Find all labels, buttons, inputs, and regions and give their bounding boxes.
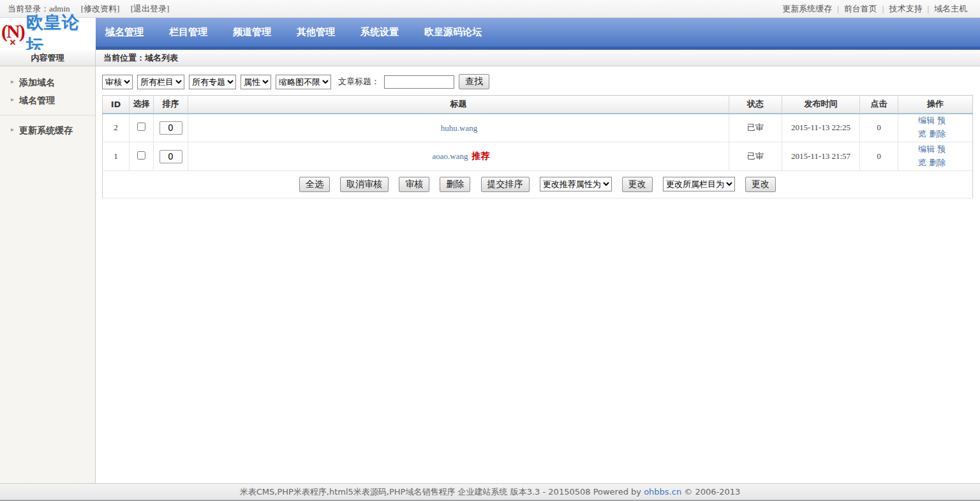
delete-link[interactable]: 删除 [929, 158, 946, 167]
sidebar-item-label: 更新系统缓存 [19, 125, 73, 135]
col-header-select: 选择 [130, 96, 154, 114]
refresh-cache-link[interactable]: 更新系统缓存 [782, 4, 832, 13]
recommend-badge: 推荐 [471, 151, 489, 161]
attribute-filter-select[interactable]: 属性 [241, 75, 271, 89]
audit-button[interactable]: 审核 [399, 177, 429, 192]
title-search-input[interactable] [384, 75, 454, 89]
cancel-audit-button[interactable]: 取消审核 [340, 177, 389, 192]
select-all-button[interactable]: 全选 [299, 177, 330, 192]
arrow-bullet-icon: ▸ [11, 78, 14, 85]
col-header-title: 标题 [188, 96, 729, 114]
sort-input[interactable] [160, 150, 182, 163]
sidebar-item-label: 添加域名 [19, 77, 55, 87]
nav-system-settings[interactable]: 系统设置 [360, 26, 399, 38]
sidebar-header: 内容管理 [0, 50, 95, 66]
middle: 内容管理 ▸ 添加域名 ▸ 域名管理 ▸ 更新系统缓存 当前位置：域名列表 审核… [0, 50, 980, 483]
sidebar-item-domain-manage[interactable]: ▸ 域名管理 [0, 92, 95, 110]
audit-filter-select[interactable]: 审核 [102, 75, 133, 89]
breadcrumb: 当前位置：域名列表 [96, 50, 980, 66]
sort-input[interactable] [160, 121, 182, 135]
sidebar-item-label: 域名管理 [19, 95, 55, 105]
nav-forum-link[interactable]: 欧皇源码论坛 [424, 26, 482, 38]
col-header-time: 发布时间 [782, 96, 860, 114]
change-category-select[interactable]: 更改所属栏目为 [663, 177, 735, 191]
row-publish-time: 2015-11-13 21:57 [782, 142, 860, 171]
domain-title-link[interactable]: huhu.wang [441, 123, 477, 133]
col-header-id: ID [103, 96, 130, 114]
table-row: 1 aoao.wang推荐 已审 2015-11-13 21:57 0 编辑 预… [103, 142, 973, 171]
row-checkbox[interactable] [137, 123, 145, 131]
delete-button[interactable]: 删除 [440, 177, 470, 192]
main-nav: 域名管理 栏目管理 频道管理 其他管理 系统设置 欧皇源码论坛 [96, 18, 980, 50]
domain-list-table: ID 选择 排序 标题 状态 发布时间 点击 操作 2 huhu.wang [102, 95, 973, 198]
separator: | [927, 4, 929, 13]
footer-link[interactable]: ohbbs.cn [644, 487, 681, 497]
topic-filter-select[interactable]: 所有专题 [189, 75, 236, 89]
edit-link[interactable]: 编辑 [918, 144, 935, 154]
submit-sort-button[interactable]: 提交排序 [481, 177, 530, 192]
tech-support-link[interactable]: 技术支持 [889, 4, 922, 13]
row-id: 2 [103, 114, 130, 142]
row-clicks: 0 [860, 142, 898, 171]
domain-title-link[interactable]: aoao.wang [433, 151, 468, 161]
row-actions: 编辑 预览 删除 [918, 114, 953, 141]
arrow-bullet-icon: ▸ [11, 126, 14, 133]
frontend-home-link[interactable]: 前台首页 [844, 4, 877, 13]
row-checkbox[interactable] [137, 151, 145, 160]
col-header-actions: 操作 [898, 96, 973, 114]
col-header-status: 状态 [729, 96, 782, 114]
sidebar-item-add-domain[interactable]: ▸ 添加域名 [0, 74, 95, 92]
col-header-clicks: 点击 [860, 96, 898, 114]
page-footer: 米表CMS,PHP米表程序,html5米表源码,PHP域名销售程序 企业建站系统… [0, 483, 980, 501]
column-filter-select[interactable]: 所有栏目 [137, 75, 184, 89]
topbar: 当前登录：admin [修改资料] [退出登录] 更新系统缓存|前台首页|技术支… [0, 0, 980, 18]
change-attribute-select[interactable]: 更改推荐属性为 [540, 177, 612, 191]
table-header-row: ID 选择 排序 标题 状态 发布时间 点击 操作 [103, 96, 973, 114]
footer-text: 米表CMS,PHP米表程序,html5米表源码,PHP域名销售程序 企业建站系统… [240, 487, 644, 497]
nav-other-manage[interactable]: 其他管理 [297, 26, 335, 38]
sidebar-item-refresh-cache[interactable]: ▸ 更新系统缓存 [0, 122, 95, 140]
separator: | [882, 4, 884, 13]
row-clicks: 0 [860, 114, 898, 142]
batch-actions-bar: 全选 取消审核 审核 删除 提交排序 更改推荐属性为 更改 更改所属栏目为 更改 [103, 171, 973, 198]
search-button[interactable]: 查找 [459, 74, 489, 89]
filter-bar: 审核 所有栏目 所有专题 属性 缩略图不限 文章标题： 查找 [102, 74, 974, 89]
table-row: 2 huhu.wang 已审 2015-11-13 22:25 0 编辑 预览 … [103, 114, 973, 142]
footer-copyright: © 2006-2013 [681, 487, 740, 497]
row-status: 已审 [729, 114, 782, 142]
topbar-links: 更新系统缓存|前台首页|技术支持|域名主机 [777, 3, 972, 15]
row-status: 已审 [729, 142, 782, 171]
logo-icon: (N) ✕ [1, 22, 24, 47]
sidebar: 内容管理 ▸ 添加域名 ▸ 域名管理 ▸ 更新系统缓存 [0, 50, 96, 483]
title-search-label: 文章标题： [338, 76, 380, 87]
apply-category-button[interactable]: 更改 [745, 177, 776, 192]
nav-domain-manage[interactable]: 域名管理 [105, 26, 144, 38]
nav-channel-manage[interactable]: 频道管理 [233, 26, 271, 38]
row-publish-time: 2015-11-13 22:25 [782, 114, 860, 142]
arrow-bullet-icon: ▸ [11, 96, 14, 103]
apply-attribute-button[interactable]: 更改 [622, 177, 653, 192]
separator: | [837, 4, 839, 13]
delete-link[interactable]: 删除 [929, 129, 946, 138]
logout-link[interactable]: [退出登录] [131, 4, 170, 13]
nav-column-manage[interactable]: 栏目管理 [169, 26, 207, 38]
row-id: 1 [103, 142, 130, 171]
col-header-sort: 排序 [154, 96, 188, 114]
thumbnail-filter-select[interactable]: 缩略图不限 [276, 75, 331, 89]
domain-host-link[interactable]: 域名主机 [934, 4, 967, 13]
edit-link[interactable]: 编辑 [918, 116, 935, 125]
header: (N) ✕ 欧皇论坛 域名管理 栏目管理 频道管理 其他管理 系统设置 欧皇源码… [0, 18, 980, 50]
main-content: 当前位置：域名列表 审核 所有栏目 所有专题 属性 缩略图不限 文章标题： 查找… [96, 50, 980, 483]
row-actions: 编辑 预览 删除 [918, 143, 953, 170]
logo: (N) ✕ 欧皇论坛 [0, 18, 96, 50]
sidebar-divider [0, 115, 95, 116]
